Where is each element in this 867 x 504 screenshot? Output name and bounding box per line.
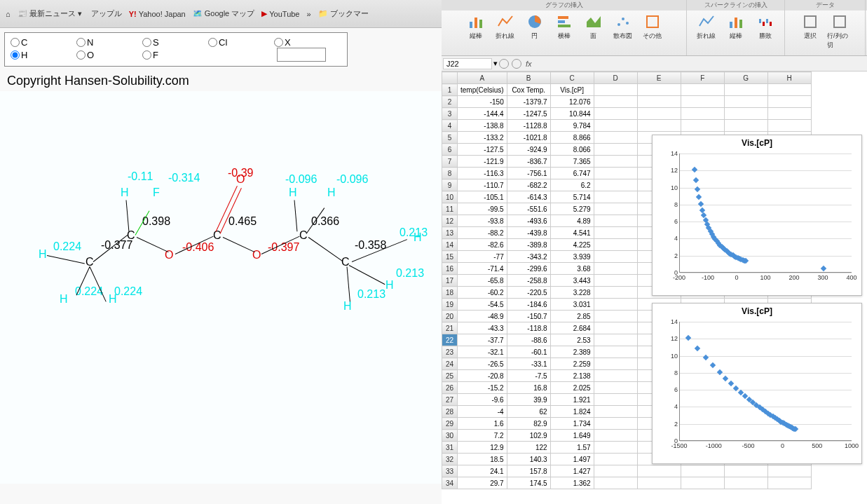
cell[interactable]: 1.497 [550, 454, 594, 465]
cell[interactable]: 3.228 [550, 287, 594, 299]
cell[interactable] [767, 108, 811, 120]
cell[interactable]: 24.1 [458, 465, 507, 477]
row-header[interactable]: 22 [442, 334, 458, 346]
header-cell[interactable]: temp(Celsius) [458, 84, 507, 96]
cell[interactable] [767, 96, 811, 108]
cell[interactable] [681, 120, 724, 132]
cell[interactable]: 6.2 [550, 179, 594, 191]
cell[interactable] [594, 108, 637, 120]
cell[interactable] [594, 227, 637, 239]
cell[interactable]: 174.5 [507, 477, 550, 489]
cell[interactable]: 2.684 [550, 322, 594, 334]
cell[interactable]: -4 [458, 406, 507, 418]
cell[interactable] [594, 275, 637, 287]
row-header[interactable]: 20 [442, 311, 458, 322]
cell[interactable]: 140.3 [507, 454, 550, 465]
cell[interactable] [681, 84, 724, 96]
row-header[interactable]: 12 [442, 215, 458, 227]
cell[interactable] [724, 84, 767, 96]
cell[interactable] [681, 96, 724, 108]
row-header[interactable]: 24 [442, 358, 458, 370]
cell[interactable] [594, 346, 637, 358]
cell[interactable] [594, 311, 637, 322]
sheet-area[interactable]: ABCDEFGH1temp(Celsius)Cox Temp.Vis.[cP]2… [442, 71, 867, 504]
row-header[interactable]: 2 [442, 96, 458, 108]
col-header-F[interactable]: F [681, 72, 724, 84]
ribbon-sbar-button[interactable]: 縦棒 [722, 12, 750, 42]
ribbon-other-button[interactable]: その他 [639, 12, 667, 42]
col-header-D[interactable]: D [594, 72, 637, 84]
cell[interactable]: -116.3 [458, 168, 507, 179]
row-header[interactable]: 13 [442, 227, 458, 239]
cell[interactable] [767, 465, 811, 477]
row-header[interactable]: 4 [442, 120, 458, 132]
cell[interactable] [594, 394, 637, 406]
cell[interactable] [594, 287, 637, 299]
cell[interactable] [637, 477, 681, 489]
cell[interactable]: 6.747 [550, 168, 594, 179]
cell[interactable]: -37.7 [458, 334, 507, 346]
cell[interactable]: 5.279 [550, 203, 594, 215]
col-header-B[interactable]: B [507, 72, 550, 84]
cell[interactable]: -836.7 [507, 156, 550, 168]
cell[interactable]: -127.5 [458, 144, 507, 156]
cell[interactable]: -220.5 [507, 287, 550, 299]
cell[interactable]: -118.8 [507, 322, 550, 334]
col-header-E[interactable]: E [637, 72, 681, 84]
cell[interactable]: 1.6 [458, 418, 507, 430]
header-cell[interactable]: Cox Temp. [507, 84, 550, 96]
cell[interactable] [637, 120, 681, 132]
cell[interactable]: -77 [458, 251, 507, 263]
ribbon-pie-button[interactable]: 円 [521, 12, 549, 42]
cell[interactable] [681, 477, 724, 489]
cell[interactable] [594, 239, 637, 251]
row-header[interactable]: 5 [442, 132, 458, 144]
cell[interactable] [724, 108, 767, 120]
cell[interactable]: -1247.5 [507, 108, 550, 120]
cell[interactable]: -1379.7 [507, 96, 550, 108]
row-header[interactable]: 18 [442, 287, 458, 299]
cell[interactable] [594, 96, 637, 108]
cell[interactable]: -33.1 [507, 358, 550, 370]
cell[interactable]: -71.4 [458, 263, 507, 275]
cell[interactable]: 2.85 [550, 311, 594, 322]
cell[interactable] [681, 465, 724, 477]
cell[interactable]: -93.8 [458, 215, 507, 227]
cell[interactable]: -299.6 [507, 263, 550, 275]
cell[interactable] [594, 168, 637, 179]
cell[interactable]: 9.784 [550, 120, 594, 132]
row-header[interactable]: 21 [442, 322, 458, 334]
row-header[interactable]: 30 [442, 430, 458, 442]
cell[interactable]: 1.427 [550, 465, 594, 477]
cell[interactable]: -258.8 [507, 275, 550, 287]
cell[interactable]: -65.8 [458, 275, 507, 287]
cell[interactable]: 2.138 [550, 370, 594, 382]
cell[interactable] [594, 120, 637, 132]
cell[interactable]: -20.8 [458, 370, 507, 382]
cell[interactable]: -32.1 [458, 346, 507, 358]
row-header[interactable]: 10 [442, 191, 458, 203]
row-header[interactable]: 15 [442, 251, 458, 263]
cell[interactable]: -439.8 [507, 227, 550, 239]
cell[interactable] [594, 84, 637, 96]
cell[interactable]: -88.2 [458, 227, 507, 239]
cell[interactable]: -682.2 [507, 179, 550, 191]
cell[interactable] [724, 120, 767, 132]
row-header[interactable]: 32 [442, 454, 458, 465]
cell[interactable]: 4.541 [550, 227, 594, 239]
cell[interactable]: -9.6 [458, 394, 507, 406]
cell[interactable] [594, 406, 637, 418]
custom-atom-input[interactable] [277, 48, 326, 62]
cell[interactable] [637, 84, 681, 96]
cell[interactable] [637, 96, 681, 108]
name-box[interactable]: J22 [443, 58, 492, 69]
cell[interactable]: -389.8 [507, 239, 550, 251]
cell[interactable]: 5.714 [550, 191, 594, 203]
cell[interactable]: -133.2 [458, 132, 507, 144]
cell[interactable] [594, 358, 637, 370]
cell[interactable]: 39.9 [507, 394, 550, 406]
cell[interactable]: -1128.8 [507, 120, 550, 132]
cell[interactable] [594, 334, 637, 346]
cell[interactable]: -60.1 [507, 346, 550, 358]
cell[interactable] [767, 477, 811, 489]
